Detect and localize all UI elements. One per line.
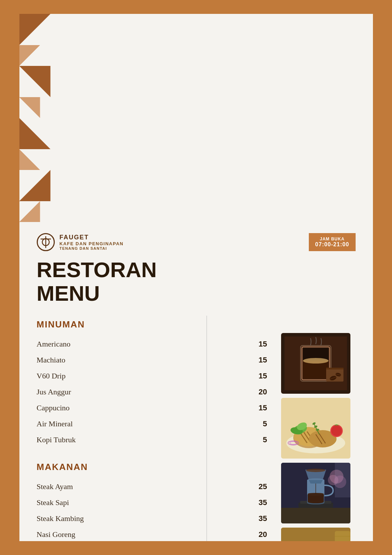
minuman-section-title: MINUMAN	[37, 319, 267, 330]
item-name-nasi-goreng: Nasi Goreng	[37, 530, 76, 539]
item-price-steak-ayam: 25	[253, 482, 267, 491]
item-price-steak-kambing: 35	[253, 514, 267, 523]
item-name-kopi-tubruk: Kopi Tubruk	[37, 435, 76, 444]
item-name-cappucino: Cappucino	[37, 403, 70, 412]
menu-item: Nasi Goreng 20	[37, 527, 267, 541]
logo-icon	[37, 233, 55, 251]
cafe-name: FAUGET	[60, 234, 124, 241]
item-name-v60: V60 Drip	[37, 372, 66, 381]
logo-text: FAUGET KAFE DAN PENGINAPAN TENANG DAN SA…	[60, 234, 124, 250]
section-divider	[207, 316, 207, 541]
item-name-steak-sapi: Steak Sapi	[37, 498, 69, 507]
menu-item: Jus Anggur 20	[37, 384, 267, 400]
item-name-machiato: Machiato	[37, 356, 66, 365]
menu-item: Air Mineral 5	[37, 416, 267, 432]
svg-rect-45	[335, 463, 350, 497]
item-name-steak-kambing: Steak Kambing	[37, 514, 84, 523]
cafe-subtitle: KAFE DAN PENGINAPAN	[60, 241, 124, 246]
item-price-kopi-tubruk: 5	[253, 435, 267, 444]
item-price-jus: 20	[253, 387, 267, 396]
menu-title: RESTORAN MENU	[37, 258, 356, 305]
item-name-air-mineral: Air Mineral	[37, 419, 73, 428]
svg-point-8	[303, 358, 329, 364]
item-name-steak-ayam: Steak Ayam	[37, 482, 73, 491]
hours-time: 07:00-21:00	[315, 241, 349, 248]
svg-rect-11	[326, 368, 343, 369]
menu-item: Americano 15	[37, 336, 267, 352]
menu-item: V60 Drip 15	[37, 368, 267, 384]
menu-item: Cappucino 15	[37, 400, 267, 416]
svg-point-30	[331, 426, 342, 436]
corner-decoration-bl	[19, 118, 51, 149]
menu-item: Steak Ayam 25	[37, 479, 267, 495]
menu-page: FAUGET KAFE DAN PENGINAPAN TENANG DAN SA…	[19, 14, 373, 541]
item-price-air-mineral: 5	[253, 419, 267, 428]
item-price-nasi-goreng: 20	[253, 530, 267, 539]
corner-decoration-tl2	[19, 45, 40, 66]
item-price-americano: 15	[253, 340, 267, 349]
svg-rect-39	[281, 508, 350, 523]
images-column	[281, 316, 356, 541]
item-price-v60: 15	[253, 372, 267, 381]
corner-decoration-bl2	[19, 149, 40, 170]
corner-decoration-br2	[19, 201, 40, 222]
makanan-section: MAKANAN Steak Ayam 25 Steak Sapi 35 Stea…	[37, 462, 267, 541]
corner-decoration-br	[19, 170, 51, 201]
food-image	[281, 398, 350, 459]
coffee-image	[281, 333, 350, 394]
minuman-section: MINUMAN Americano 15 Machiato 15 V60 Dri…	[37, 319, 267, 448]
corner-decoration-tr2	[19, 97, 40, 118]
logo-area: FAUGET KAFE DAN PENGINAPAN TENANG DAN SA…	[37, 233, 124, 251]
header: FAUGET KAFE DAN PENGINAPAN TENANG DAN SA…	[19, 222, 373, 258]
item-price-machiato: 15	[253, 356, 267, 365]
menu-items-column: MINUMAN Americano 15 Machiato 15 V60 Dri…	[37, 316, 281, 541]
fried-rice-image	[281, 528, 350, 541]
menu-item: Machiato 15	[37, 352, 267, 368]
menu-item: Steak Kambing 35	[37, 511, 267, 527]
item-name-jus: Jus Anggur	[37, 387, 71, 396]
item-price-cappucino: 15	[253, 403, 267, 412]
pourover-image	[281, 463, 350, 523]
menu-item: Kopi Tubruk 5	[37, 432, 267, 448]
corner-decoration-tr	[19, 66, 51, 97]
hours-badge: JAM BUKA 07:00-21:00	[309, 233, 355, 251]
cafe-tagline: TENANG DAN SANTAI	[60, 246, 124, 250]
makanan-section-title: MAKANAN	[37, 462, 267, 472]
menu-item: Steak Sapi 35	[37, 495, 267, 511]
corner-decoration-tl	[19, 14, 51, 45]
svg-point-46	[306, 469, 325, 472]
item-price-steak-sapi: 35	[253, 498, 267, 507]
hours-label: JAM BUKA	[315, 237, 349, 241]
item-name-americano: Americano	[37, 340, 71, 349]
